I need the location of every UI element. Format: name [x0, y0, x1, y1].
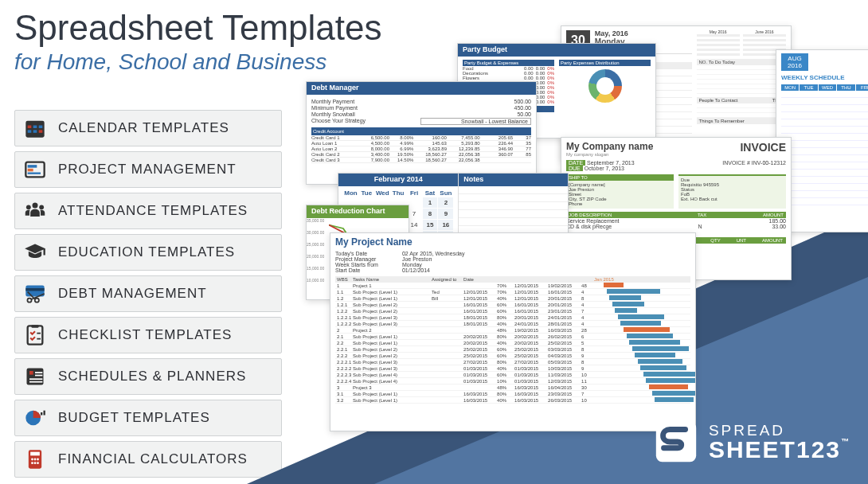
svg-point-12: [26, 205, 31, 209]
planner-icon: [23, 365, 47, 388]
svg-rect-1: [28, 126, 32, 129]
nav-label: DEBT MANAGEMENT: [58, 286, 207, 302]
svg-point-16: [27, 299, 31, 302]
nav-label: CALENDAR TEMPLATES: [58, 120, 229, 136]
svg-rect-24: [29, 378, 42, 380]
svg-point-31: [31, 459, 33, 461]
svg-point-13: [39, 205, 44, 209]
nav-education-templates[interactable]: EDUCATION TEMPLATES: [14, 234, 282, 271]
svg-rect-3: [39, 126, 43, 129]
thumb-project: My Project Name Today's DateProject Mana…: [330, 232, 696, 431]
calculator-icon: [23, 447, 47, 471]
piechart-icon: [23, 406, 47, 430]
nav-label: FINANCIAL CALCULATORS: [58, 451, 248, 467]
svg-rect-18: [28, 326, 43, 344]
svg-rect-25: [29, 381, 42, 383]
svg-point-33: [37, 459, 39, 461]
svg-rect-22: [35, 372, 42, 373]
svg-rect-2: [33, 126, 37, 129]
svg-rect-27: [41, 412, 42, 416]
svg-rect-6: [39, 130, 43, 133]
svg-rect-21: [29, 371, 33, 375]
svg-point-34: [31, 462, 33, 464]
nav-checklist-templates[interactable]: CHECKLIST TEMPLATES: [14, 317, 282, 353]
calendar-icon: [23, 116, 47, 140]
nav-project-management[interactable]: PROJECT MANAGEMENT: [14, 151, 282, 188]
svg-rect-15: [25, 288, 44, 291]
svg-rect-0: [25, 121, 44, 138]
gantt-icon: [23, 158, 47, 182]
svg-point-36: [37, 462, 39, 464]
svg-rect-10: [28, 173, 41, 174]
category-nav: CALENDAR TEMPLATES PROJECT MANAGEMENT AT…: [14, 110, 282, 482]
scissors-card-icon: [23, 282, 47, 306]
svg-point-32: [34, 459, 37, 461]
thumb-debt-manager: Debt Manager Monthly Payment500.00 Minim…: [306, 81, 537, 185]
svg-point-35: [34, 462, 37, 464]
graduation-icon: [23, 240, 47, 264]
nav-label: SCHEDULES & PLANNERS: [58, 369, 246, 384]
nav-label: BUDGET TEMPLATES: [58, 410, 210, 426]
donut-chart-icon: [588, 69, 622, 103]
nav-schedules-planners[interactable]: SCHEDULES & PLANNERS: [14, 358, 282, 395]
nav-attendance-templates[interactable]: ATTENDANCE TEMPLATES: [14, 193, 282, 229]
logo-mark-icon: [651, 417, 701, 466]
nav-calendar-templates[interactable]: CALENDAR TEMPLATES: [14, 110, 282, 146]
svg-rect-9: [28, 169, 33, 172]
nav-label: EDUCATION TEMPLATES: [58, 244, 235, 260]
page-subtitle: for Home, School and Business: [14, 49, 326, 75]
people-icon: [23, 199, 47, 223]
svg-rect-30: [30, 452, 40, 456]
template-collage: 30 May, 2016 Monday Memorial Day Week 23…: [306, 25, 855, 424]
svg-rect-28: [44, 411, 45, 416]
svg-rect-19: [31, 325, 38, 328]
nav-label: CHECKLIST TEMPLATES: [58, 327, 232, 343]
svg-point-11: [33, 203, 38, 209]
nav-label: ATTENDANCE TEMPLATES: [58, 203, 248, 219]
nav-budget-templates[interactable]: BUDGET TEMPLATES: [14, 400, 282, 436]
brand-logo: SPREAD SHEET123™: [651, 417, 850, 466]
svg-rect-5: [33, 130, 37, 133]
nav-financial-calculators[interactable]: FINANCIAL CALCULATORS: [14, 441, 282, 478]
nav-label: PROJECT MANAGEMENT: [58, 162, 237, 178]
svg-rect-4: [28, 130, 32, 133]
checklist-icon: [23, 323, 47, 347]
svg-rect-23: [35, 375, 42, 377]
svg-rect-8: [28, 165, 37, 168]
nav-debt-management[interactable]: DEBT MANAGEMENT: [14, 275, 282, 312]
